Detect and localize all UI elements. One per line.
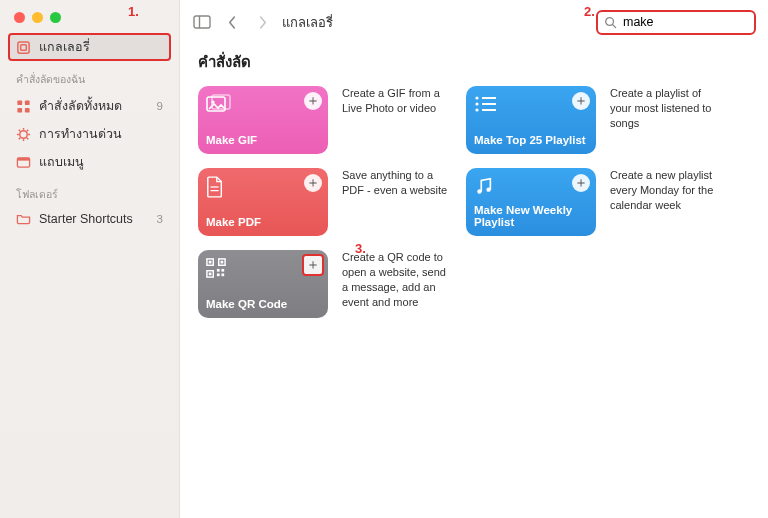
sidebar: แกลเลอรี่ คำสั่งลัดของฉัน คำสั่งลัดทั้งห…	[0, 0, 180, 518]
shortcut-card-make-gif[interactable]: ＋ Make GIF	[198, 86, 328, 154]
toolbar: แกลเลอรี่	[180, 0, 768, 44]
image-icon	[206, 94, 230, 114]
sidebar-folder-starter[interactable]: Starter Shortcuts 3	[8, 207, 171, 230]
sidebar-item-all-shortcuts[interactable]: คำสั่งลัดทั้งหมด 9	[8, 92, 171, 120]
shortcut-title: Make New Weekly Playlist	[474, 204, 588, 228]
svg-line-12	[613, 24, 616, 27]
sidebar-item-label: แถบเมนู	[39, 152, 84, 172]
svg-point-6	[20, 130, 28, 138]
svg-rect-9	[194, 16, 210, 28]
shortcuts-grid: ＋ Make GIF Create a GIF from a Live Phot…	[198, 86, 750, 318]
gear-icon	[16, 127, 31, 142]
zoom-window-button[interactable]	[50, 12, 61, 23]
sidebar-item-gallery[interactable]: แกลเลอรี่	[8, 33, 171, 61]
add-shortcut-button[interactable]: ＋	[572, 92, 590, 110]
sidebar-item-label: การทำงานด่วน	[39, 124, 122, 144]
qr-icon	[206, 258, 230, 278]
svg-rect-1	[21, 44, 27, 50]
sidebar-item-count: 3	[157, 213, 163, 225]
folder-icon	[16, 211, 31, 226]
sidebar-item-menubar[interactable]: แถบเมนู	[8, 148, 171, 176]
svg-rect-32	[217, 269, 220, 272]
sidebar-item-label: Starter Shortcuts	[39, 212, 133, 226]
sidebar-item-label: แกลเลอรี่	[39, 37, 90, 57]
shortcut-desc: Create a new playlist every Monday for t…	[610, 168, 720, 236]
shortcut-title: Make Top 25 Playlist	[474, 134, 588, 146]
svg-rect-8	[17, 157, 29, 160]
sidebar-item-count: 9	[157, 100, 163, 112]
svg-point-24	[477, 189, 481, 193]
close-window-button[interactable]	[14, 12, 25, 23]
svg-point-25	[486, 187, 490, 191]
svg-rect-2	[17, 100, 22, 105]
shortcut-title: Make QR Code	[206, 298, 320, 310]
shortcut-desc: Create a playlist of your most listened …	[610, 86, 720, 154]
svg-rect-3	[25, 100, 30, 105]
shortcut-desc: Create a GIF from a Live Photo or video	[342, 86, 452, 154]
svg-point-17	[475, 102, 478, 105]
list-icon	[474, 94, 498, 114]
annotation-1: 1.	[128, 4, 139, 19]
grid-icon	[16, 99, 31, 114]
shortcut-desc: Create a QR code to open a website, send…	[342, 250, 452, 318]
content: คำสั่งลัด ＋ Make GIF Create a GIF from a…	[180, 44, 768, 336]
toggle-sidebar-button[interactable]	[192, 12, 212, 32]
doc-icon	[206, 176, 230, 196]
svg-rect-30	[221, 261, 224, 264]
menubar-icon	[16, 155, 31, 170]
gallery-icon	[16, 40, 31, 55]
svg-rect-5	[25, 107, 30, 112]
window-controls	[8, 8, 171, 33]
search-input[interactable]	[623, 15, 768, 29]
svg-rect-29	[209, 261, 212, 264]
svg-rect-4	[17, 107, 22, 112]
shortcut-title: Make GIF	[206, 134, 320, 146]
shortcut-card-top25[interactable]: ＋ Make Top 25 Playlist	[466, 86, 596, 154]
annotation-2: 2.	[584, 4, 595, 19]
minimize-window-button[interactable]	[32, 12, 43, 23]
search-box[interactable]	[596, 10, 756, 35]
svg-rect-35	[221, 273, 224, 276]
section-title: คำสั่งลัด	[198, 44, 750, 86]
shortcut-card-make-pdf[interactable]: ＋ Make PDF	[198, 168, 328, 236]
svg-rect-0	[18, 41, 29, 52]
sidebar-section-folders: โฟลเดอร์	[8, 176, 171, 207]
forward-button[interactable]	[252, 12, 272, 32]
shortcut-card-weekly-playlist[interactable]: ＋ Make New Weekly Playlist	[466, 168, 596, 236]
back-button[interactable]	[222, 12, 242, 32]
svg-point-18	[475, 108, 478, 111]
svg-rect-33	[221, 269, 224, 272]
sidebar-section-my: คำสั่งลัดของฉัน	[8, 61, 171, 92]
search-icon	[604, 16, 617, 29]
sidebar-item-label: คำสั่งลัดทั้งหมด	[39, 96, 122, 116]
add-shortcut-button[interactable]: ＋	[302, 254, 324, 276]
music-icon	[474, 176, 498, 196]
shortcut-desc: Save anything to a PDF - even a website	[342, 168, 452, 236]
shortcut-card-qr-code[interactable]: ＋ Make QR Code	[198, 250, 328, 318]
add-shortcut-button[interactable]: ＋	[572, 174, 590, 192]
svg-rect-34	[217, 273, 220, 276]
add-shortcut-button[interactable]: ＋	[304, 174, 322, 192]
add-shortcut-button[interactable]: ＋	[304, 92, 322, 110]
breadcrumb: แกลเลอรี่	[282, 12, 333, 33]
annotation-3: 3.	[355, 241, 366, 256]
shortcut-title: Make PDF	[206, 216, 320, 228]
svg-rect-31	[209, 273, 212, 276]
main-area: แกลเลอรี่ คำสั่งลัด ＋ Make GIF Create a …	[180, 0, 768, 518]
sidebar-item-quick-actions[interactable]: การทำงานด่วน	[8, 120, 171, 148]
svg-point-16	[475, 96, 478, 99]
